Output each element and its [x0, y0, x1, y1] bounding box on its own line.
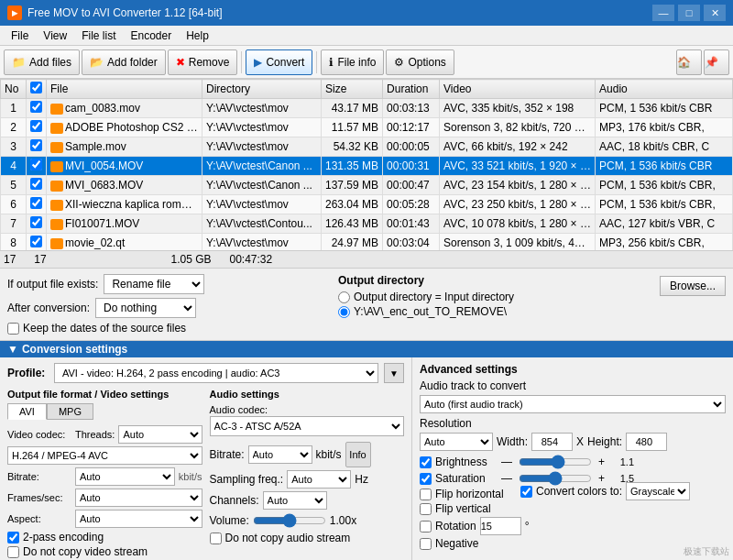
fps-select[interactable]: Auto	[75, 489, 202, 507]
remove-button[interactable]: ✖ Remove	[168, 49, 238, 75]
cell-audio: AAC, 127 kbit/s VBR, C	[596, 214, 733, 234]
brightness-minus[interactable]: —	[498, 456, 515, 468]
conv-body: Profile: AVI - video: H.264, 2 pass enco…	[0, 357, 733, 560]
sampling-select[interactable]: Auto	[287, 470, 351, 489]
nocopy-video-checkbox[interactable]	[7, 546, 19, 558]
radio-input-dir[interactable]	[338, 291, 350, 303]
profile-select[interactable]: AVI - video: H.264, 2 pass encoding | au…	[54, 363, 378, 383]
table-row[interactable]: 5 MVI_0683.MOV Y:\AV\vctest\Canon ... 13…	[1, 176, 733, 195]
pin-button[interactable]: 📌	[704, 49, 729, 75]
flip-h-checkbox[interactable]	[420, 489, 432, 500]
format-title: Output file format / Video settings	[7, 389, 202, 400]
brightness-row: Brightness — + 1.1	[420, 455, 726, 469]
collapse-icon[interactable]: ▼	[7, 343, 18, 356]
saturation-slider[interactable]	[519, 471, 592, 486]
cell-check[interactable]	[27, 118, 47, 137]
if-exists-select[interactable]: Rename file Overwrite Skip	[104, 274, 204, 294]
cell-check[interactable]	[27, 195, 47, 214]
convert-colors-checkbox[interactable]	[520, 486, 532, 498]
nocopy-video-label: Do not copy video stream	[23, 545, 148, 558]
menu-encoder[interactable]: Encoder	[123, 27, 179, 44]
right-panel: Advanced settings Audio track to convert…	[412, 357, 733, 560]
table-row[interactable]: 1 cam_0083.mov Y:\AV\vctest\mov 43.17 MB…	[1, 99, 733, 118]
add-folder-button[interactable]: 📂 Add folder	[82, 49, 166, 75]
left-panel: Profile: AVI - video: H.264, 2 pass enco…	[0, 357, 412, 560]
file-info-button[interactable]: ℹ File info	[321, 49, 384, 75]
brightness-slider[interactable]	[519, 455, 592, 469]
audio-track-select[interactable]: Auto (first audio track)	[420, 395, 726, 413]
audio-bitrate-row: Bitrate: Auto kbit/s Info	[210, 442, 405, 467]
table-row[interactable]: 8 movie_02.qt Y:\AV\vctest\mov 24.97 MB …	[1, 234, 733, 252]
flip-v-checkbox[interactable]	[420, 503, 432, 515]
tab-avi[interactable]: AVI	[7, 403, 47, 420]
table-row[interactable]: 2 ADOBE Photoshop CS2 Camera RAW Tut... …	[1, 118, 733, 137]
twopass-checkbox[interactable]	[7, 532, 19, 544]
table-row[interactable]: 7 FI010071.MOV Y:\AV\vctest\Contou... 12…	[1, 214, 733, 234]
saturation-plus[interactable]: +	[596, 472, 607, 485]
cell-check[interactable]	[27, 176, 47, 195]
volume-slider[interactable]	[253, 513, 326, 528]
options-button[interactable]: ⚙ Options	[386, 49, 454, 75]
table-row[interactable]: 3 Sample.mov Y:\AV\vctest\mov 54.32 KB 0…	[1, 137, 733, 157]
threads-select[interactable]: Auto	[118, 425, 202, 444]
brightness-checkbox[interactable]	[420, 456, 432, 468]
height-input[interactable]	[626, 433, 667, 451]
radio-custom-dir[interactable]	[338, 306, 350, 318]
cell-check[interactable]	[27, 214, 47, 234]
menu-help[interactable]: Help	[179, 27, 216, 44]
convert-colors-select[interactable]: Grayscale	[626, 482, 690, 500]
channels-select[interactable]: Auto	[263, 491, 327, 510]
radio-row-1: Output directory = Input directory	[338, 291, 641, 303]
home-button[interactable]: 🏠	[676, 49, 702, 75]
after-conv-select[interactable]: Do nothing Shutdown Hibernate	[95, 298, 196, 318]
close-button[interactable]: ✕	[704, 5, 726, 21]
adv-title: Advanced settings	[420, 363, 726, 376]
cell-no: 3	[1, 137, 27, 157]
tab-mpg[interactable]: MPG	[47, 403, 93, 420]
aspect-select[interactable]: Auto	[75, 510, 202, 528]
col-audio: Audio	[596, 80, 733, 99]
video-codec-row: Video codec: Threads: Auto	[7, 425, 202, 444]
width-input[interactable]	[531, 433, 573, 451]
menu-view[interactable]: View	[36, 27, 74, 44]
minimize-button[interactable]: —	[652, 5, 674, 21]
audio-track-row: Audio track to convert	[420, 379, 726, 392]
video-codec-select[interactable]: H.264 / MPEG-4 AVC	[7, 446, 202, 465]
convert-button[interactable]: ▶ Convert	[246, 49, 312, 75]
browse-button[interactable]: Browse...	[660, 276, 726, 296]
audio-codec-select[interactable]: AC-3 - ATSC A/52A	[210, 416, 405, 436]
threads-label: Threads:	[75, 429, 115, 440]
audio-info-button[interactable]: Info	[345, 442, 371, 467]
negative-checkbox[interactable]	[420, 538, 432, 550]
gear-icon: ⚙	[394, 56, 404, 69]
title-bar: ▶ Free MOV to AVI Converter 1.12 [64-bit…	[0, 0, 733, 26]
cell-video: AVC, 23 250 kbit/s, 1 280 × 720	[440, 195, 596, 214]
select-all-checkbox[interactable]	[30, 82, 42, 93]
cell-check[interactable]	[27, 157, 47, 176]
audio-bitrate-select[interactable]: Auto	[248, 445, 312, 464]
rotation-label: Rotation	[435, 520, 476, 533]
profile-expand-button[interactable]: ▼	[384, 363, 404, 383]
brightness-plus[interactable]: +	[596, 456, 607, 468]
cell-check[interactable]	[27, 234, 47, 252]
keep-dates-checkbox[interactable]	[7, 323, 19, 335]
rotation-checkbox[interactable]	[420, 521, 432, 533]
cell-check[interactable]	[27, 137, 47, 157]
cell-check[interactable]	[27, 99, 47, 118]
cell-dir: Y:\AV\vctest\mov	[202, 99, 322, 118]
width-label: Width:	[497, 435, 528, 448]
table-row[interactable]: 6 XII-wieczna kaplica romańska w Siewier…	[1, 195, 733, 214]
cell-duration: 00:00:31	[383, 157, 440, 176]
resolution-select[interactable]: Auto	[420, 433, 493, 451]
bitrate-select[interactable]: Auto	[75, 467, 175, 486]
add-files-button[interactable]: 📁 Add files	[4, 49, 80, 75]
rotation-input[interactable]	[480, 517, 521, 535]
nocopy-audio-checkbox[interactable]	[210, 533, 222, 544]
maximize-button[interactable]: □	[678, 5, 700, 21]
table-row[interactable]: 4 MVI_0054.MOV Y:\AV\vctest\Canon ... 13…	[1, 157, 733, 176]
menu-filelist[interactable]: File list	[74, 27, 123, 44]
saturation-checkbox[interactable]	[420, 473, 432, 485]
add-files-icon: 📁	[12, 56, 26, 69]
menu-file[interactable]: File	[4, 27, 36, 44]
saturation-minus[interactable]: —	[498, 472, 515, 485]
